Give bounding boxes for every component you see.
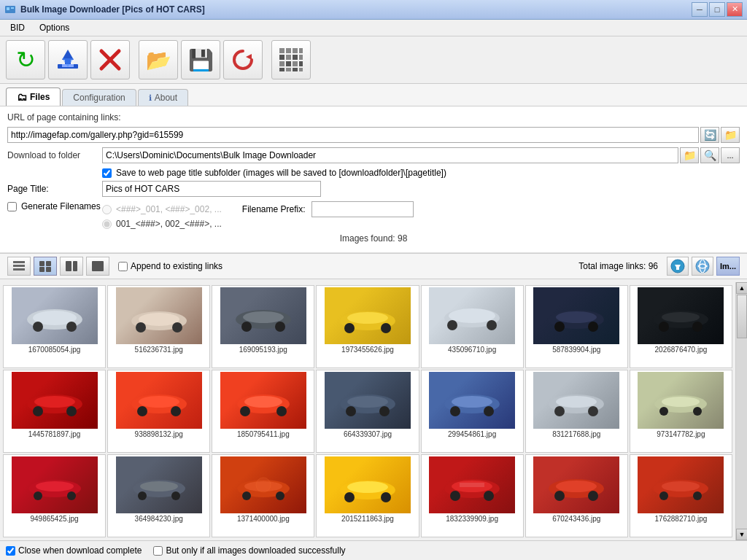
svg-rect-12 <box>293 48 298 53</box>
list-item[interactable]: 1445781897.jpg <box>3 370 106 453</box>
list-item[interactable]: 949865425.jpg <box>3 454 106 537</box>
list-item[interactable]: 1832339909.jpg <box>421 454 524 537</box>
list-item[interactable]: 664339307.jpg <box>316 370 419 453</box>
image-filename: 831217688.jpg <box>552 430 600 438</box>
save-subfolder-checkbox[interactable] <box>102 168 112 178</box>
svg-rect-34 <box>73 261 77 271</box>
thumbnail <box>429 287 515 344</box>
list-item[interactable]: 364984230.jpg <box>107 454 210 537</box>
browse-folder-button[interactable]: 📁 <box>680 147 699 163</box>
list-item[interactable]: 516236731.jpg <box>107 285 210 368</box>
view-list-button[interactable] <box>7 257 31 276</box>
close-complete-label: Close when download complete <box>6 545 142 556</box>
radio-options-row: <###>_001, <###>_002, ... Filename Prefi… <box>102 201 414 217</box>
image-filename: 435096710.jpg <box>448 346 496 354</box>
folder-button[interactable]: 📂 <box>139 40 178 79</box>
thumbnail <box>12 287 98 344</box>
list-item[interactable]: 1371400000.jpg <box>212 454 314 537</box>
svg-point-100 <box>67 491 76 500</box>
search-folder-button[interactable]: 🔍 <box>700 147 719 163</box>
grid-view-button[interactable] <box>271 40 311 79</box>
generate-filenames-label: Generate Filenames <box>21 201 101 211</box>
page-title-input[interactable] <box>102 181 321 197</box>
list-item[interactable]: 1850795411.jpg <box>212 370 314 453</box>
minimize-button[interactable]: ─ <box>692 2 708 17</box>
save-button[interactable]: 💾 <box>181 40 220 79</box>
svg-marker-9 <box>246 54 252 60</box>
list-item[interactable]: 2015211863.jpg <box>316 454 419 537</box>
list-item[interactable]: 1973455626.jpg <box>316 285 419 368</box>
svg-point-92 <box>588 406 598 416</box>
view-small-button[interactable] <box>34 257 57 276</box>
radio2[interactable] <box>102 219 112 229</box>
menu-bid[interactable]: BID <box>3 21 32 34</box>
maximize-button[interactable]: □ <box>709 2 725 17</box>
image-action-button[interactable]: Im... <box>716 257 740 276</box>
thumbnail <box>12 456 98 513</box>
list-item[interactable]: 973147782.jpg <box>630 370 732 453</box>
scroll-thumb[interactable] <box>737 295 747 338</box>
thumbnail <box>116 372 202 429</box>
svg-point-117 <box>484 491 494 501</box>
list-item[interactable]: 435096710.jpg <box>421 285 524 368</box>
radio2-row: 001_<###>, 002_<###>, ... <box>102 219 414 229</box>
list-item[interactable]: 1670085054.jpg <box>3 285 106 368</box>
reset-button[interactable] <box>223 40 263 79</box>
more-folder-button[interactable]: ... <box>721 147 740 163</box>
list-item[interactable]: 670243436.jpg <box>525 454 628 537</box>
svg-point-112 <box>344 492 355 502</box>
tab-configuration[interactable]: Configuration <box>62 89 136 106</box>
download-button[interactable] <box>48 40 88 79</box>
close-complete-checkbox[interactable] <box>6 546 15 556</box>
url-label: URL of page containing links: <box>7 112 121 122</box>
start-button[interactable]: ↻ <box>6 40 45 79</box>
radio1[interactable] <box>102 205 112 214</box>
menu-options[interactable]: Options <box>32 21 77 34</box>
list-item[interactable]: 2026876470.jpg <box>630 285 732 368</box>
scroll-up-button[interactable]: ▲ <box>736 282 747 294</box>
scroll-down-button[interactable]: ▼ <box>736 529 747 540</box>
append-checkbox[interactable] <box>118 262 128 271</box>
list-item[interactable]: 1762882710.jpg <box>630 454 732 537</box>
generate-filenames-checkbox[interactable] <box>7 202 17 211</box>
svg-rect-22 <box>279 68 285 71</box>
list-item[interactable]: 587839904.jpg <box>525 285 628 368</box>
tab-files[interactable]: 🗂 Files <box>6 88 61 106</box>
svg-point-82 <box>347 396 388 408</box>
only-if-all-checkbox[interactable] <box>153 546 163 556</box>
stop-button[interactable] <box>90 40 130 79</box>
svg-point-103 <box>138 491 147 500</box>
download-action-button[interactable] <box>667 257 689 276</box>
list-item[interactable]: 299454861.jpg <box>421 370 524 453</box>
url-folder-button[interactable]: 📁 <box>721 127 740 143</box>
filename-prefix-input[interactable] <box>311 201 414 217</box>
close-button[interactable]: ✕ <box>727 2 743 17</box>
thumbnail <box>638 372 724 429</box>
thumbnail <box>325 372 411 429</box>
download-label: Download to folder <box>7 150 102 160</box>
svg-point-66 <box>662 312 700 322</box>
view-large-button[interactable] <box>86 257 109 276</box>
tabs-area: 🗂 Files Configuration ℹ About <box>0 84 747 106</box>
url-row: URL of page containing links: <box>7 112 740 122</box>
image-filename: 670243436.jpg <box>552 515 600 523</box>
list-item[interactable]: 831217688.jpg <box>525 370 628 453</box>
web-action-button[interactable] <box>692 257 713 276</box>
download-folder-input[interactable] <box>102 147 678 163</box>
tab-about[interactable]: ℹ About <box>138 89 188 106</box>
svg-rect-16 <box>293 55 298 60</box>
svg-rect-25 <box>299 68 303 71</box>
svg-point-72 <box>66 406 77 416</box>
svg-rect-17 <box>299 55 303 60</box>
scroll-track[interactable] <box>736 294 747 529</box>
image-filename: 2026876470.jpg <box>655 346 708 354</box>
images-found-label: Images found: 98 <box>340 233 408 244</box>
url-input[interactable] <box>7 127 699 143</box>
url-refresh-button[interactable]: 🔄 <box>700 127 719 143</box>
list-item[interactable]: 938898132.jpg <box>107 370 210 453</box>
list-item[interactable]: 169095193.jpg <box>212 285 314 368</box>
generate-filenames-options: <###>_001, <###>_002, ... Filename Prefi… <box>102 201 414 229</box>
thumbnail <box>325 456 411 513</box>
page-title-row: Page Title: <box>7 181 740 197</box>
view-medium-button[interactable] <box>60 257 83 276</box>
